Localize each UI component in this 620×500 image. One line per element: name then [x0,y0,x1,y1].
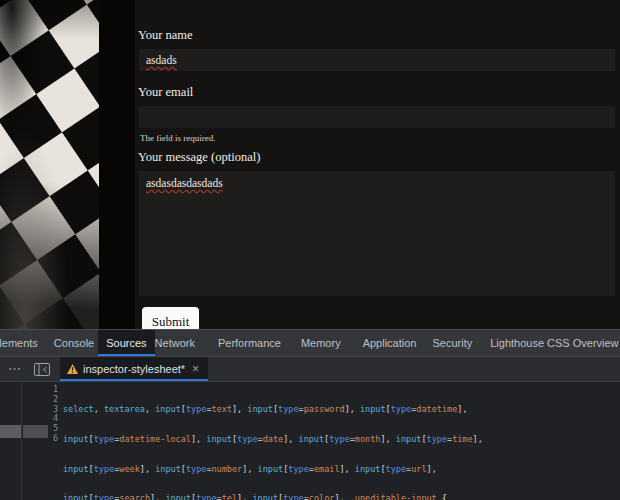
tab-elements[interactable]: Elements [0,330,46,356]
code-line: input[type=week], input[type=number], in… [63,465,620,475]
devtools-tabbar: Elements Console Sources Network Perform… [0,330,620,357]
name-input-value: asdads [146,54,177,66]
contact-form: Your name asdads Your email The field is… [135,0,620,329]
name-label: Your name [138,28,615,43]
name-input[interactable]: asdads [139,49,615,71]
tab-css-overview[interactable]: CSS Overview [539,330,620,356]
navigator-toggle-button[interactable] [30,357,54,381]
close-tab-icon[interactable]: × [190,362,201,376]
devtools-panel: Elements Console Sources Network Perform… [0,329,620,500]
tab-security[interactable]: Security [424,330,480,356]
line-number: 6 [44,434,58,444]
warning-icon [67,364,78,374]
tab-memory[interactable]: Memory [293,330,349,356]
more-tabs-button[interactable]: ⋯ [0,357,30,381]
tab-console[interactable]: Console [46,330,102,356]
message-value: asdasdasdasdads [146,177,223,189]
validation-error: The field is required. [140,133,615,143]
message-textarea[interactable]: asdasdasdasdads [139,171,615,296]
navigator-strip [0,383,22,500]
file-tab-inspector-stylesheet[interactable]: inspector-stylesheet* × [60,357,208,381]
file-tab-label: inspector-stylesheet* [83,363,185,375]
message-label: Your message (optional) [138,150,615,165]
tab-network[interactable]: Network [147,330,203,356]
code-area[interactable]: select, textarea, input[type=text], inpu… [63,383,620,500]
sources-file-tabbar: ⋯ inspector-stylesheet* × [0,357,620,382]
code-line: input[type=search], input[type=tel], inp… [63,494,620,500]
email-input[interactable] [139,106,615,128]
screenshot-root: Your name asdads Your email The field is… [0,0,620,500]
tab-css-overview-label: CSS Overview [547,330,619,356]
tab-application[interactable]: Application [355,330,425,356]
photo-shading [0,0,99,329]
tab-performance[interactable]: Performance [210,330,289,356]
checkered-photo [0,0,99,329]
email-label: Your email [138,85,615,100]
show-navigator-icon [34,363,50,376]
line-number-gutter: 1 2 3 4 5 6 [44,383,58,444]
spacer [138,71,615,85]
code-line: input[type=datetime-local], input[type=d… [63,435,620,445]
code-line: select, textarea, input[type=text], inpu… [63,405,620,415]
scrollbar-thumb[interactable] [0,425,21,438]
webpage: Your name asdads Your email The field is… [0,0,620,329]
source-editor: 1 2 3 4 5 6 select, textarea, input[type… [0,383,620,500]
